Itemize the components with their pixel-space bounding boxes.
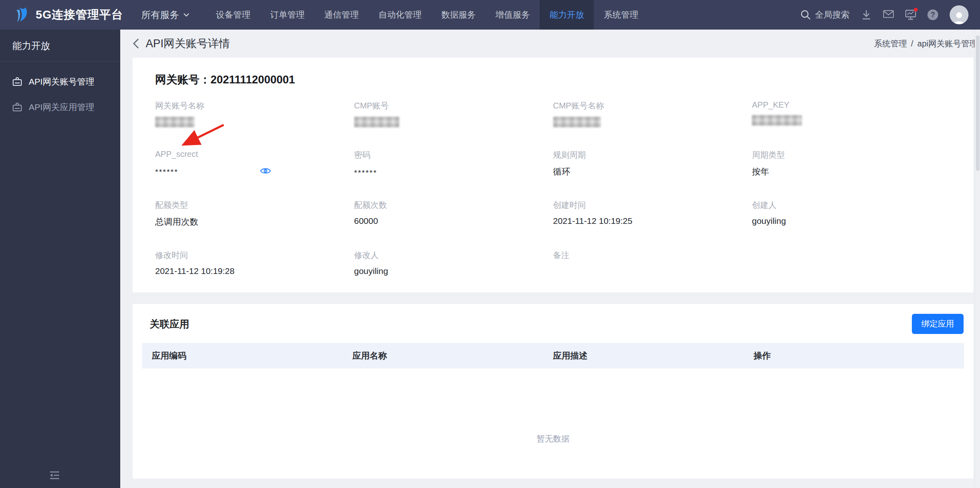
brand: 5G连接管理平台	[14, 6, 123, 24]
field-value-text: 按年	[752, 166, 769, 177]
detail-field-11: 创建人gouyiling	[752, 200, 951, 228]
field-value-text: 60000	[354, 216, 378, 226]
nav-item-7[interactable]: 系统管理	[594, 0, 648, 30]
table-header-0: 应用编码	[152, 350, 353, 361]
page-header: API网关账号详情 系统管理/api网关账号管理	[120, 30, 980, 58]
table-header-3: 操作	[753, 350, 954, 361]
detail-field-10: 创建时间2021-11-12 10:19:25	[553, 200, 752, 228]
empty-table-text: 暂无数据	[133, 433, 973, 444]
primary-nav: 设备管理订单管理通信管理自动化管理数据服务增值服务能力开放系统管理	[206, 0, 648, 30]
field-value: 总调用次数	[155, 216, 354, 228]
nav-item-3[interactable]: 自动化管理	[369, 0, 431, 30]
field-value-text: gouyiling	[354, 266, 388, 276]
sidebar-item-1[interactable]: API网关应用管理	[0, 94, 120, 120]
table-header-2: 应用描述	[553, 350, 754, 361]
app-title: 5G连接管理平台	[36, 7, 123, 23]
detail-field-5: 密码******	[354, 150, 553, 177]
field-value: gouyiling	[752, 216, 951, 226]
nav-item-4[interactable]: 数据服务	[431, 0, 485, 30]
breadcrumb-separator: /	[911, 39, 914, 48]
nav-item-1[interactable]: 订单管理	[260, 0, 314, 30]
field-value-text: ******	[354, 168, 377, 177]
sidebar-item-label: API网关账号管理	[29, 76, 94, 87]
nav-item-2[interactable]: 通信管理	[314, 0, 369, 30]
field-value: ******	[155, 164, 354, 177]
global-search[interactable]: 全局搜索	[800, 9, 849, 21]
field-value-text: 循环	[553, 166, 570, 177]
redacted-value-block	[752, 115, 802, 126]
search-icon	[800, 9, 811, 20]
sidebar-title: 能力开放	[0, 30, 120, 62]
field-value: ******	[354, 166, 553, 177]
field-value-text: gouyiling	[752, 216, 786, 226]
field-label: 规则周期	[553, 150, 752, 161]
detail-field-9: 配额次数60000	[354, 200, 553, 228]
field-value: 按年	[752, 166, 951, 177]
nav-item-0[interactable]: 设备管理	[206, 0, 260, 30]
main-content: API网关账号详情 系统管理/api网关账号管理 网关账号：2021111200…	[120, 30, 980, 488]
table-header-1: 应用名称	[353, 350, 553, 361]
field-value: 2021-11-12 10:19:25	[553, 216, 752, 226]
detail-field-8: 配额类型总调用次数	[155, 200, 354, 228]
gateway-account-title: 网关账号：20211112000001	[155, 72, 951, 87]
field-label: 配额次数	[354, 200, 553, 211]
brand-logo-icon	[14, 6, 30, 24]
field-value: 2021-11-12 10:19:28	[155, 266, 354, 276]
user-avatar[interactable]	[950, 5, 969, 24]
all-services-menu[interactable]: 所有服务	[141, 9, 190, 21]
clipboard-icon	[12, 77, 22, 87]
detail-field-2: CMP账号名称	[553, 100, 752, 127]
nav-item-5[interactable]: 增值服务	[485, 0, 540, 30]
page-title: API网关账号详情	[146, 36, 230, 51]
field-value-text: 总调用次数	[155, 216, 198, 228]
sidebar-menu: API网关账号管理API网关应用管理	[0, 69, 120, 120]
breadcrumb: 系统管理/api网关账号管理	[874, 38, 978, 49]
sidebar: 能力开放 API网关账号管理API网关应用管理	[0, 30, 120, 488]
detail-field-7: 周期类型按年	[752, 150, 951, 177]
apps-card-header: 关联应用 绑定应用	[133, 304, 973, 343]
back-icon[interactable]	[132, 38, 141, 49]
nav-item-6[interactable]: 能力开放	[540, 0, 594, 30]
detail-field-12: 修改时间2021-11-12 10:19:28	[155, 250, 354, 276]
page-scrollbar[interactable]	[975, 30, 980, 488]
field-value-text: ******	[155, 168, 178, 177]
field-value	[354, 117, 553, 127]
field-value: 循环	[553, 166, 752, 177]
gateway-detail-card: 网关账号：20211112000001 网关账号名称CMP账号CMP账号名称AP…	[133, 58, 973, 292]
detail-field-1: CMP账号	[354, 100, 553, 127]
field-label: 创建人	[752, 200, 951, 211]
field-value: gouyiling	[354, 266, 553, 276]
sidebar-item-0[interactable]: API网关账号管理	[0, 69, 120, 94]
field-label: 创建时间	[553, 200, 752, 211]
page-scrollbar-thumb[interactable]	[976, 35, 980, 171]
field-label: 密码	[354, 150, 553, 161]
associated-apps-card: 关联应用 绑定应用 应用编码应用名称应用描述操作 暂无数据	[133, 304, 973, 479]
field-value-text: 2021-11-12 10:19:25	[553, 216, 632, 226]
download-icon[interactable]	[861, 9, 872, 20]
field-label: 修改人	[354, 250, 553, 261]
detail-field-13: 修改人gouyiling	[354, 250, 553, 276]
mail-icon[interactable]	[883, 9, 894, 20]
breadcrumb-item-0[interactable]: 系统管理	[874, 39, 907, 48]
detail-field-3: APP_KEY	[752, 100, 951, 127]
field-value	[752, 115, 951, 126]
redacted-value-block	[553, 117, 601, 127]
field-value-text: 2021-11-12 10:19:28	[155, 266, 234, 276]
collapse-sidebar-icon[interactable]	[48, 469, 61, 481]
apps-table-header: 应用编码应用名称应用描述操作	[142, 343, 964, 368]
field-label: 备注	[553, 250, 752, 261]
redacted-value-block	[155, 117, 195, 127]
field-label: 修改时间	[155, 250, 354, 261]
detail-field-6: 规则周期循环	[553, 150, 752, 177]
detail-fields-grid: 网关账号名称CMP账号CMP账号名称APP_KEYAPP_screct*****…	[155, 100, 951, 276]
help-icon[interactable]: ?	[927, 9, 938, 20]
redacted-value-block	[354, 117, 399, 127]
navbar-right: 全局搜索 ?	[800, 5, 980, 24]
field-value	[553, 117, 752, 127]
all-services-label: 所有服务	[141, 9, 179, 21]
eye-icon[interactable]	[260, 167, 271, 177]
bind-app-button[interactable]: 绑定应用	[912, 314, 964, 334]
monitor-notifications-icon[interactable]	[905, 9, 916, 20]
breadcrumb-item-1[interactable]: api网关账号管理	[917, 39, 978, 48]
chevron-down-icon	[183, 12, 190, 18]
